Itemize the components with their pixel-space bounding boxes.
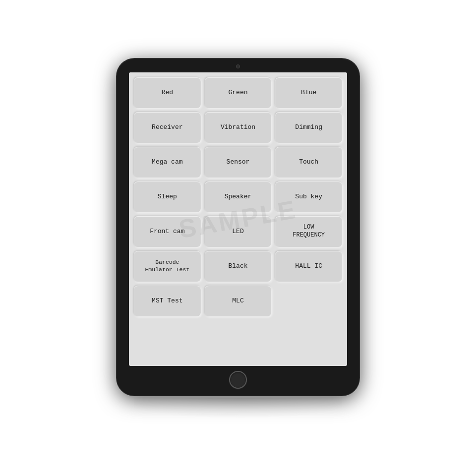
home-button[interactable]	[229, 371, 247, 389]
tablet-reflection	[134, 398, 342, 417]
btn-black[interactable]: Black	[205, 251, 272, 282]
btn-led[interactable]: LED	[205, 216, 272, 247]
button-grid: Red Green Blue Receiver Vibration Dimmin…	[134, 77, 342, 316]
screen-content: SAMPLE Red Green Blue Receiver Vibration…	[129, 72, 347, 366]
tablet-device: SAMPLE Red Green Blue Receiver Vibration…	[117, 59, 359, 396]
btn-red[interactable]: Red	[134, 77, 201, 108]
btn-mst-test[interactable]: MST Test	[134, 286, 201, 316]
btn-vibration[interactable]: Vibration	[205, 112, 272, 143]
btn-hall-ic[interactable]: HALL IC	[275, 251, 342, 282]
btn-barcode-emulator-test[interactable]: BarcodeEmulator Test	[134, 251, 201, 282]
tablet-wrapper: SAMPLE Red Green Blue Receiver Vibration…	[117, 59, 359, 417]
btn-receiver[interactable]: Receiver	[134, 112, 201, 143]
btn-green[interactable]: Green	[205, 77, 272, 108]
btn-blue[interactable]: Blue	[275, 77, 342, 108]
btn-low-frequency[interactable]: LOWFREQUENCY	[275, 216, 342, 247]
btn-sub-key[interactable]: Sub key	[275, 181, 342, 212]
btn-sleep[interactable]: Sleep	[134, 181, 201, 212]
btn-dimming[interactable]: Dimming	[275, 112, 342, 143]
btn-touch[interactable]: Touch	[275, 147, 342, 178]
tablet-screen: SAMPLE Red Green Blue Receiver Vibration…	[129, 72, 347, 366]
btn-front-cam[interactable]: Front cam	[134, 216, 201, 247]
btn-mega-cam[interactable]: Mega cam	[134, 147, 201, 178]
btn-mlc[interactable]: MLC	[205, 286, 272, 316]
front-camera	[236, 64, 240, 68]
btn-sensor[interactable]: Sensor	[205, 147, 272, 178]
btn-speaker[interactable]: Speaker	[205, 181, 272, 212]
